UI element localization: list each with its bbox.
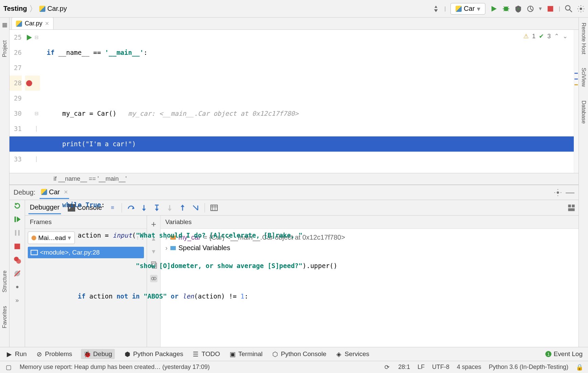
run-tool-button[interactable]: ▶Run [5,350,27,358]
up-icon[interactable]: ⌃ [554,32,559,40]
python-icon [456,6,462,12]
stop-icon[interactable] [14,243,21,250]
svg-rect-19 [31,250,37,255]
svg-point-3 [565,5,570,10]
stop-button[interactable] [547,5,554,13]
editor-tab-car[interactable]: Car.py × [12,17,54,29]
thread-status-icon [31,236,36,240]
view-breakpoints-icon[interactable] [14,256,21,264]
force-step-into-icon[interactable] [166,204,173,212]
favorites-tool-button[interactable]: Favorites [2,304,8,330]
add-config-icon[interactable] [432,5,440,13]
line-separator[interactable]: LF [418,364,425,371]
sciview-button[interactable]: SciView [581,66,587,89]
python-icon: ⬡ [271,350,279,358]
play-icon: ▶ [5,350,13,358]
tab-label: Car.py [25,20,42,27]
svg-rect-7 [15,230,16,236]
more-icon[interactable]: » [15,297,19,304]
background-tasks-icon[interactable]: ⟳ [383,364,391,371]
debug-button[interactable] [502,5,510,13]
resume-icon[interactable] [14,216,21,223]
run-config-name: Car [464,5,475,13]
editor-tab-bar: Car.py × [9,18,579,30]
breakpoint-icon[interactable] [26,80,32,86]
indent-setting[interactable]: 4 spaces [457,364,481,371]
bottom-tool-bar: ▶Run ⊘Problems 🐞Debug ⬢Python Packages ☰… [0,347,588,361]
python-console-button[interactable]: ⬡Python Console [271,350,326,358]
settings-icon[interactable] [577,5,585,13]
database-button[interactable]: Database [581,99,587,126]
breadcrumb-file[interactable]: Car.py [47,5,67,13]
svg-rect-6 [14,217,16,222]
remote-host-button[interactable]: Remote Host [581,21,587,56]
debug-control-rail: » [9,200,25,347]
pause-icon[interactable] [14,229,21,237]
svg-point-4 [580,7,582,10]
svg-point-11 [16,259,21,264]
svg-rect-8 [18,230,19,236]
svg-rect-9 [14,244,20,249]
python-file-icon [39,6,45,12]
code-editor[interactable]: 25 26 27 28 29 30 31 32 33 ⊟ [9,30,579,173]
problems-tool-button[interactable]: ⊘Problems [36,350,72,358]
breadcrumb-project[interactable]: Testing [3,5,27,13]
debug-title: Debug: [14,189,36,196]
debug-tool-button[interactable]: 🐞Debug [81,349,115,359]
caret-position[interactable]: 28:1 [398,364,410,371]
status-bar: ▢ Memory use report: Heap dump has been … [0,361,588,373]
services-icon: ◈ [335,350,343,358]
todo-tool-button[interactable]: ☰TODO [192,350,220,358]
down-icon[interactable]: ⌄ [563,32,568,40]
code-content[interactable]: if __name__ == '__main__': my_car = Car(… [40,30,579,173]
svg-rect-2 [547,6,553,12]
settings-icon[interactable] [14,283,21,291]
mute-breakpoints-icon[interactable] [14,270,21,277]
breadcrumb: Testing 〉 Car.py [3,3,67,14]
terminal-icon: ▣ [229,350,236,358]
chevron-right-icon: 〉 [29,3,37,14]
svg-point-13 [16,286,18,288]
inspection-widget[interactable]: ⚠1 ✔3 ⌃ ⌄ [521,32,570,41]
services-tool-button[interactable]: ◈Services [335,350,370,358]
notification-badge-icon: 1 [545,351,551,357]
right-tool-rail: Remote Host SciView Database [579,18,588,347]
run-button[interactable] [490,5,498,13]
dropdown-icon: ▾ [477,5,480,13]
package-icon: ⬢ [124,350,131,358]
check-icon: ✔ [539,32,544,40]
frame-icon [30,249,38,256]
dropdown-icon[interactable]: ▾ [539,5,542,12]
python-icon [41,189,47,195]
coverage-button[interactable] [514,5,522,13]
left-tool-rail: ▦ Project Structure Favorites [0,18,9,347]
profile-button[interactable] [527,5,534,13]
search-icon[interactable] [565,5,572,13]
warning-icon: ⚠ [523,32,529,40]
toolbar-actions: | Car ▾ ▾ | [432,3,585,15]
structure-tool-button[interactable]: Structure [2,269,8,294]
editor-scrollbar[interactable] [574,30,579,173]
interpreter[interactable]: Python 3.6 (In-Depth-Testing) [489,364,568,371]
lock-icon[interactable]: 🔒 [576,364,583,371]
close-tab-icon[interactable]: × [45,20,49,27]
run-config-selector[interactable]: Car ▾ [450,3,485,15]
todo-icon: ☰ [192,350,200,358]
status-message[interactable]: Memory use report: Heap dump has been cr… [20,364,210,371]
file-encoding[interactable]: UTF-8 [432,364,449,371]
terminal-tool-button[interactable]: ▣Terminal [229,350,263,358]
main-toolbar: Testing 〉 Car.py | Car ▾ ▾ | [0,0,588,18]
python-file-icon [16,21,22,27]
tool-windows-icon[interactable]: ▢ [5,364,12,371]
project-rail-icon[interactable]: ▦ [1,21,8,28]
packages-tool-button[interactable]: ⬢Python Packages [124,350,183,358]
rerun-icon[interactable] [14,202,21,210]
event-log-button[interactable]: 1Event Log [545,350,583,358]
run-gutter-icon[interactable] [25,34,33,41]
problems-icon: ⊘ [36,350,43,358]
project-tool-button[interactable]: Project [2,39,8,59]
bug-icon: 🐞 [84,350,91,358]
